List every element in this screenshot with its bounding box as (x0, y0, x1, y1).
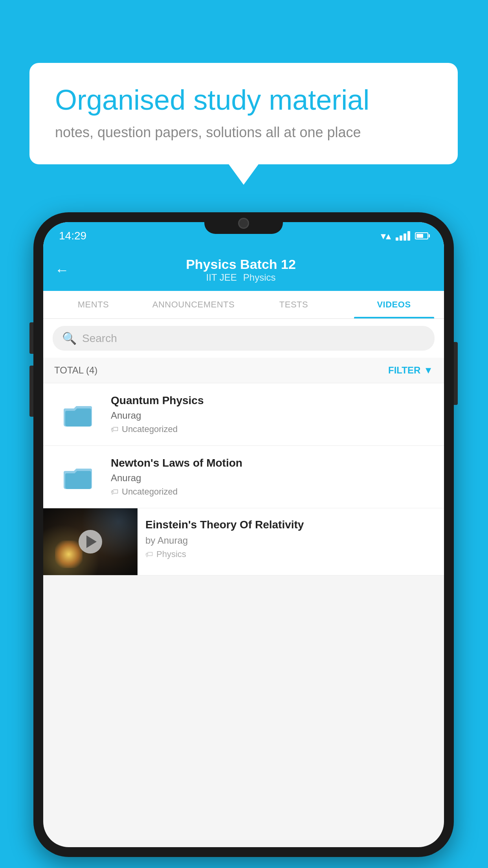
search-bar[interactable]: 🔍 Search (53, 326, 435, 351)
video-list: Quantum Physics Anurag 🏷 Uncategorized (43, 383, 444, 576)
video-item-2[interactable]: Newton's Laws of Motion Anurag 🏷 Uncateg… (43, 446, 444, 508)
filter-icon: ▼ (424, 365, 433, 376)
battery-fill (416, 234, 423, 238)
video-tag-1: 🏷 Uncategorized (111, 424, 433, 434)
bubble-title: Organised study material (55, 85, 432, 116)
play-triangle-icon (86, 535, 97, 548)
phone-notch (204, 212, 283, 234)
video-tag-2: 🏷 Uncategorized (111, 487, 433, 497)
tag-physics: Physics (243, 272, 276, 283)
tabs-row: MENTS ANNOUNCEMENTS TESTS VIDEOS (43, 291, 444, 319)
video-info-1: Quantum Physics Anurag 🏷 Uncategorized (111, 394, 433, 434)
filter-row: TOTAL (4) FILTER ▼ (43, 358, 444, 383)
video-title-2: Newton's Laws of Motion (111, 457, 433, 469)
speech-bubble: Organised study material notes, question… (29, 63, 458, 164)
svg-rect-3 (65, 473, 91, 489)
search-bar-container: 🔍 Search (43, 319, 444, 358)
status-time: 14:29 (59, 230, 86, 242)
app-header: ← Physics Batch 12 IIT JEE Physics (43, 250, 444, 291)
einstein-info: Einstein's Theory Of Relativity by Anura… (138, 508, 444, 569)
batch-title: Physics Batch 12 (77, 257, 405, 272)
wifi-icon: ▾▴ (381, 230, 391, 242)
volume-up-button (29, 366, 33, 417)
tag-label-2: Uncategorized (122, 487, 178, 497)
batch-tags: IIT JEE Physics (77, 272, 405, 283)
tag-label-1: Uncategorized (122, 424, 178, 434)
phone-screen: 14:29 ▾▴ (43, 222, 444, 847)
signal-icon (396, 231, 410, 241)
video-item-1[interactable]: Quantum Physics Anurag 🏷 Uncategorized (43, 383, 444, 446)
status-icons: ▾▴ (381, 230, 428, 242)
folder-icon-2 (62, 463, 94, 491)
back-button[interactable]: ← (55, 262, 69, 278)
tag-label-3: Physics (156, 549, 186, 559)
bubble-subtitle: notes, question papers, solutions all at… (55, 124, 432, 141)
tab-announcements[interactable]: ANNOUNCEMENTS (143, 291, 244, 318)
front-camera (238, 218, 249, 229)
folder-icon-1 (62, 401, 94, 428)
video-thumb-1 (54, 397, 101, 432)
tag-icon-2: 🏷 (111, 487, 119, 497)
volume-down-button (29, 322, 33, 354)
svg-rect-1 (65, 411, 91, 427)
tab-ments[interactable]: MENTS (43, 291, 143, 318)
tab-videos[interactable]: VIDEOS (344, 291, 444, 318)
video-author-1: Anurag (111, 410, 433, 421)
einstein-author: by Anurag (145, 535, 436, 546)
video-item-3[interactable]: Einstein's Theory Of Relativity by Anura… (43, 508, 444, 576)
search-icon: 🔍 (62, 331, 77, 345)
search-placeholder: Search (82, 332, 117, 345)
video-author-2: Anurag (111, 473, 433, 484)
filter-button[interactable]: FILTER ▼ (388, 365, 433, 376)
video-thumb-2 (54, 459, 101, 495)
power-button (454, 342, 458, 405)
tag-icon-3: 🏷 (145, 550, 153, 559)
play-button[interactable] (79, 530, 102, 554)
phone-outer: 14:29 ▾▴ (33, 212, 454, 857)
video-info-2: Newton's Laws of Motion Anurag 🏷 Uncateg… (111, 457, 433, 497)
filter-label: FILTER (388, 365, 420, 376)
einstein-tag: 🏷 Physics (145, 549, 436, 559)
tag-iitjee: IIT JEE (206, 272, 237, 283)
total-count: TOTAL (4) (54, 365, 97, 376)
video-title-1: Quantum Physics (111, 394, 433, 407)
einstein-title: Einstein's Theory Of Relativity (145, 518, 436, 532)
tag-icon-1: 🏷 (111, 425, 119, 434)
einstein-thumbnail (43, 508, 138, 575)
phone-mockup: 14:29 ▾▴ (33, 212, 454, 857)
header-title-block: Physics Batch 12 IIT JEE Physics (77, 257, 405, 283)
tab-tests[interactable]: TESTS (244, 291, 344, 318)
battery-icon (415, 232, 428, 239)
